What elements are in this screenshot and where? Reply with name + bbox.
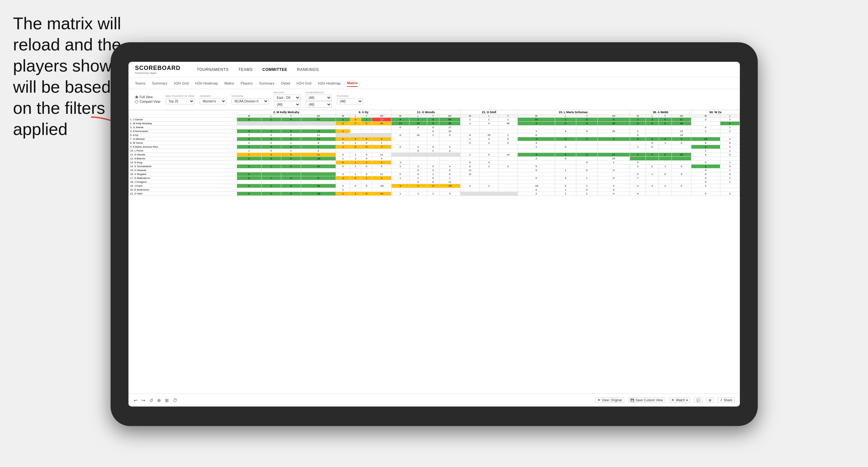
sub-h-t3: T (427, 115, 439, 118)
share-label: Share (723, 398, 733, 402)
full-view-radio[interactable]: Full View (135, 95, 160, 99)
table-row: 21. O Stoll 4 0 0 -39 1 1 0 14 1 1 1 0 (129, 192, 740, 196)
table-row: 8. M Torres 0 0 1 8 0 1 0 2 0 (129, 141, 740, 145)
player-name: 15. H Stranda (129, 168, 237, 173)
clock-icon[interactable]: ⏱ (173, 398, 177, 403)
gender-select[interactable]: Women's Men's (200, 98, 226, 104)
sub-h-w4: W (461, 115, 480, 118)
eye-icon: 👁 (597, 398, 601, 402)
division-filter: Division NCAA Division II NCAA Division … (231, 95, 269, 104)
tablet-screen: SCOREBOARD Powered by clippd TOURNAMENTS… (128, 62, 740, 406)
sub-h-dif2: Dif (372, 115, 391, 118)
subnav-players[interactable]: Players (241, 80, 253, 87)
max-players-select[interactable]: Top 25 Top 50 All (165, 98, 194, 104)
view-original-button[interactable]: 👁 View: Original (595, 397, 624, 403)
table-row: 3. S Jelinek 0 2 0 17 (129, 126, 740, 129)
save-custom-button[interactable]: 💾 Save Custom View (628, 397, 665, 403)
zoom-icon[interactable]: ⊕ (157, 398, 161, 403)
watch-button[interactable]: 👁 Watch ▾ (669, 397, 690, 403)
region-select[interactable]: East - DII (All) (274, 95, 301, 101)
subnav-detail[interactable]: Detail (281, 80, 290, 87)
table-row: 9. A Maria Jimenez Rios 1 0 0 1 1 0 0 -7… (129, 145, 740, 149)
view-options: Full View Compact View (135, 95, 160, 103)
subnav-h2h-grid2[interactable]: H2H Grid (297, 80, 312, 87)
subnav-teams[interactable]: Teams (135, 80, 145, 87)
col-group-woods: 11. G Woods (391, 110, 461, 115)
sub-h-t6: T (658, 115, 672, 118)
share-button[interactable]: ↗ Share (717, 397, 735, 403)
sub-h-dif6: Dif (672, 115, 691, 118)
filters-row: Full View Compact View Max players in vi… (128, 89, 740, 110)
grid-button[interactable]: ⊞ (706, 397, 714, 403)
matrix-table: 2. M Kelly Mulcahy 6. A Dy 11. G Woods 2… (128, 110, 740, 196)
sub-h-w6: W (630, 115, 646, 118)
watch-icon: 👁 (671, 398, 675, 402)
settings-icon[interactable]: ⊞ (165, 398, 169, 403)
undo-icon[interactable]: ↩ (134, 398, 137, 403)
table-row: 10. L Perini 1 0 1 2 0 1 2 (129, 149, 740, 153)
logo-sub: Powered by clippd (135, 71, 181, 74)
col-group-mulcahy: 2. M Kelly Mulcahy (237, 110, 336, 115)
subnav-matrix[interactable]: Matrix (224, 80, 234, 87)
col-group-dy: 6. A Dy (336, 110, 392, 115)
nav-rankings[interactable]: RANKINGS (297, 66, 319, 73)
sub-h-w5: W (518, 115, 555, 118)
conference-all-select[interactable]: (All) (306, 101, 332, 107)
players-label: Players (337, 95, 363, 98)
refresh-icon[interactable]: ↺ (149, 398, 153, 403)
table-row: 18. J Hodgson 0 0 11 (129, 180, 740, 184)
table-row: 11. G Woods 1 0 0 11 4 1 0 11 1 (129, 153, 740, 157)
player-name: 9. A Maria Jimenez Rios (129, 145, 237, 149)
max-players-filter: Max players in view Top 25 Top 50 All (165, 95, 194, 104)
table-row: 20. E Andersson 2 (129, 188, 740, 192)
player-name: 11. G Woods (129, 153, 237, 157)
sub-h-w3: W (391, 115, 409, 118)
redo-icon[interactable]: ↪ (142, 398, 145, 403)
subnav-summary2[interactable]: Summary (259, 80, 275, 87)
save-custom-label: Save Custom View (636, 398, 663, 402)
player-name: 19. J Kanh (129, 184, 237, 188)
table-row: 17. D Ballesteros 3 1 0 5 -2 0 1 3 1 1 0… (129, 176, 740, 180)
region-filter: Region East - DII (All) (All) (274, 91, 301, 107)
subnav-h2h-heatmap2[interactable]: H2H Heatmap (318, 80, 341, 87)
full-view-dot (135, 96, 138, 99)
table-row: 15. H Stranda 0 2 0 11 (129, 168, 740, 173)
tablet-device: SCOREBOARD Powered by clippd TOURNAMENTS… (111, 42, 758, 426)
matrix-content[interactable]: 2. M Kelly Mulcahy 6. A Dy 11. G Woods 2… (128, 110, 740, 394)
sub-h-t1: T (281, 115, 301, 118)
conference-select[interactable]: (All) (306, 95, 332, 101)
table-row: 6. A Dy 7 0 0 11 0 14 1 4 0 (129, 133, 740, 137)
subnav-matrix2[interactable]: Matrix (347, 80, 358, 87)
watch-label: Watch (676, 398, 685, 402)
division-select[interactable]: NCAA Division II NCAA Division I (231, 98, 269, 104)
subnav-summary[interactable]: Summary (152, 80, 167, 87)
sub-h-t4: T (499, 115, 518, 118)
max-players-label: Max players in view (165, 95, 194, 98)
players-select[interactable]: (All) (337, 98, 363, 104)
sub-h-l5: L (555, 115, 576, 118)
player-name: 14. S Srichantamit (129, 164, 237, 168)
subnav-h2h-grid[interactable]: H2H Grid (174, 80, 189, 87)
region-all-select[interactable]: (All) (274, 101, 301, 107)
compact-view-radio[interactable]: Compact View (135, 100, 160, 103)
nav-committee[interactable]: COMMITTEE (262, 66, 287, 73)
nav-tournaments[interactable]: TOURNAMENTS (197, 66, 229, 73)
table-row: 1. J Garcia 3 1 0 27 3 0 1 -11 4 1 0 50 … (129, 118, 740, 122)
sub-h-dif3: Dif (439, 115, 461, 118)
view-original-label: View: Original (602, 398, 622, 402)
col-group-za: 60. W Za (691, 110, 740, 115)
sub-h-l7: L (720, 115, 740, 118)
nav-teams[interactable]: TEAMS (238, 66, 253, 73)
division-label: Division (231, 95, 269, 98)
table-row: 14. S Srichantamit 3 1 0 14 0 1 0 5 1 2 … (129, 164, 740, 168)
player-name: 7. O Mitchell (129, 137, 237, 141)
col-group-stoll: 21. O Stoll (461, 110, 518, 115)
sub-h-w2: W (336, 115, 350, 118)
sub-h-t2: T (361, 115, 372, 118)
gender-label: Gender (200, 95, 226, 98)
compact-view-dot (135, 100, 138, 103)
compact-view-label: Compact View (140, 100, 160, 103)
bottom-toolbar: ↩ ↪ ↺ ⊕ ⊞ ⏱ 👁 View: Original 💾 Save Cust… (128, 394, 740, 406)
comment-button[interactable]: 💬 (694, 397, 703, 403)
subnav-h2h-heatmap[interactable]: H2H Heatmap (195, 80, 218, 87)
